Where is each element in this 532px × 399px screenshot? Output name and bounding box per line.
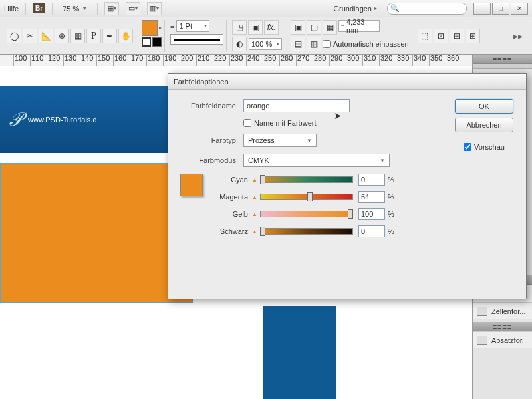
colortype-dropdown[interactable]: Prozess▼ bbox=[243, 134, 317, 147]
orange-frame[interactable] bbox=[0, 163, 193, 303]
fit-content-icon[interactable]: ▣ bbox=[291, 20, 305, 35]
autofit-checkbox[interactable]: Automatisch einpassen bbox=[323, 37, 409, 51]
triangle-icon: ▲ bbox=[252, 194, 257, 200]
cancel-button[interactable]: Abbrechen bbox=[455, 118, 513, 132]
corner-icon[interactable]: ◳ bbox=[232, 20, 247, 35]
slider-label: Gelb bbox=[212, 210, 252, 218]
opacity-icon[interactable]: ◐ bbox=[232, 37, 247, 51]
slider-cyan: Cyan▲% bbox=[212, 174, 394, 186]
colormode-label: Farbmodus: bbox=[180, 156, 243, 164]
panel-para-formats[interactable]: Absatzfor... bbox=[473, 331, 532, 348]
color-preview-swatch bbox=[180, 174, 203, 196]
wrap-icon[interactable]: ▣ bbox=[248, 20, 263, 35]
sel4-icon[interactable]: ⊞ bbox=[466, 29, 480, 43]
tool-eyedropper-icon[interactable]: ✒ bbox=[102, 29, 117, 43]
sel2-icon[interactable]: ⊡ bbox=[434, 29, 448, 43]
stroke-weight-icon: ≡ bbox=[170, 22, 174, 30]
close-button[interactable]: ✕ bbox=[511, 3, 528, 15]
horizontal-ruler: 1001101201301401501601701801902002102202… bbox=[0, 55, 532, 66]
toolbar-overflow-icon[interactable]: ▸▸ bbox=[513, 31, 528, 41]
banner-frame[interactable]: 𝒫 www.PSD-Tutorials.d bbox=[0, 86, 193, 153]
format-container-icon[interactable] bbox=[142, 37, 151, 47]
triangle-icon: ▲ bbox=[252, 211, 257, 217]
panel-cell-formats[interactable]: Zellenfor... bbox=[473, 302, 532, 319]
maximize-button[interactable]: □ bbox=[492, 3, 509, 15]
percent-label: % bbox=[388, 193, 394, 201]
panel-grip[interactable]: ≡≡≡≡ bbox=[473, 55, 532, 64]
slider-label: Cyan bbox=[212, 176, 252, 184]
slider-label: Schwarz bbox=[212, 227, 252, 235]
tool-type-icon[interactable]: P bbox=[86, 29, 101, 43]
blue-column-frame[interactable] bbox=[263, 306, 336, 399]
colormode-dropdown[interactable]: CMYK▼ bbox=[243, 154, 390, 167]
sel3-icon[interactable]: ⊟ bbox=[450, 29, 464, 43]
slider-magenta: Magenta▲% bbox=[212, 191, 394, 203]
stroke-weight-input[interactable]: 1 Pt▾ bbox=[176, 20, 209, 32]
panel-grip-3[interactable]: ≡≡≡≡ bbox=[473, 322, 532, 331]
center-content-icon[interactable]: ▦ bbox=[323, 20, 337, 35]
name-with-value-checkbox[interactable]: Name mit Farbwert bbox=[243, 119, 317, 127]
percent-label: % bbox=[388, 176, 394, 184]
triangle-icon: ▲ bbox=[252, 229, 257, 235]
sel1-icon[interactable]: ⬚ bbox=[418, 29, 432, 43]
slider-track[interactable] bbox=[260, 176, 353, 183]
zoom-dropdown[interactable]: 75 %▼ bbox=[59, 3, 90, 15]
tool-hand-icon[interactable]: ✋ bbox=[118, 29, 133, 43]
tool-ellipse-icon[interactable]: ◯ bbox=[7, 29, 21, 43]
slider-track[interactable] bbox=[260, 211, 353, 217]
options-toolbar: ◯ ✂ 📐 ⊕ ▦ P ✒ ✋ ▸ ≡ 1 Pt▾ ◳ ▣ fx. ◐ bbox=[0, 17, 532, 55]
fill-prop-icon[interactable]: ▤ bbox=[291, 37, 305, 51]
slider-gelb: Gelb▲% bbox=[212, 208, 394, 220]
dialog-title[interactable]: Farbfeldoptionen bbox=[168, 74, 526, 90]
colortype-label: Farbtyp: bbox=[180, 136, 243, 144]
slider-track[interactable] bbox=[260, 228, 353, 235]
pen-logo-icon: 𝒫 bbox=[8, 109, 21, 131]
triangle-icon: ▲ bbox=[252, 177, 257, 183]
minimize-button[interactable]: — bbox=[473, 3, 491, 15]
search-input[interactable]: 🔍 bbox=[387, 3, 467, 15]
arrange-icon[interactable]: ▥▾ bbox=[147, 2, 162, 15]
percent-label: % bbox=[388, 227, 394, 235]
gap-input[interactable]: ÷4,233 mm bbox=[338, 20, 380, 32]
opacity-input[interactable]: 100 %▸ bbox=[249, 38, 282, 50]
fill-swatch[interactable] bbox=[142, 20, 158, 36]
tool-gradient-icon[interactable]: ▦ bbox=[70, 29, 85, 43]
slider-track[interactable] bbox=[260, 194, 353, 200]
slider-schwarz: Schwarz▲% bbox=[212, 225, 394, 237]
slider-label: Magenta bbox=[212, 193, 252, 201]
tool-target-icon[interactable]: ⊕ bbox=[55, 29, 69, 43]
name-label: Farbfeldname: bbox=[180, 102, 243, 110]
fit-frame-icon[interactable]: ▢ bbox=[307, 20, 321, 35]
tool-crop-icon[interactable]: ✂ bbox=[23, 29, 37, 43]
screen-mode-icon[interactable]: ▭▾ bbox=[126, 2, 140, 15]
slider-value-input[interactable] bbox=[358, 174, 385, 186]
para-icon bbox=[477, 336, 487, 345]
slider-value-input[interactable] bbox=[358, 208, 385, 220]
swatch-name-input[interactable] bbox=[243, 99, 350, 112]
ok-button[interactable]: OK bbox=[455, 99, 513, 114]
view-options-icon[interactable]: ▦▾ bbox=[104, 2, 119, 15]
preview-checkbox[interactable]: Vorschau bbox=[464, 143, 505, 151]
fit-prop-icon[interactable]: ▥ bbox=[307, 37, 321, 51]
cell-icon bbox=[477, 307, 487, 316]
fx-icon[interactable]: fx. bbox=[264, 20, 279, 35]
swatch-options-dialog: Farbfeldoptionen Farbfeldname: Name mit … bbox=[168, 73, 527, 299]
bridge-button[interactable]: Br bbox=[33, 3, 45, 13]
search-icon: 🔍 bbox=[390, 4, 400, 13]
menubar: Hilfe Br 75 %▼ ▦▾ ▭▾ ▥▾ Grundlagen▸ 🔍 — … bbox=[0, 0, 532, 17]
banner-text: www.PSD-Tutorials.d bbox=[28, 116, 97, 124]
slider-value-input[interactable] bbox=[358, 191, 385, 203]
stroke-style-dropdown[interactable] bbox=[170, 34, 223, 45]
workspace-dropdown[interactable]: Grundlagen▸ bbox=[331, 3, 381, 15]
format-text-icon[interactable] bbox=[152, 37, 162, 47]
help-menu[interactable]: Hilfe bbox=[4, 5, 19, 13]
percent-label: % bbox=[388, 210, 394, 218]
slider-value-input[interactable] bbox=[358, 225, 385, 237]
tool-measure-icon[interactable]: 📐 bbox=[39, 29, 53, 43]
